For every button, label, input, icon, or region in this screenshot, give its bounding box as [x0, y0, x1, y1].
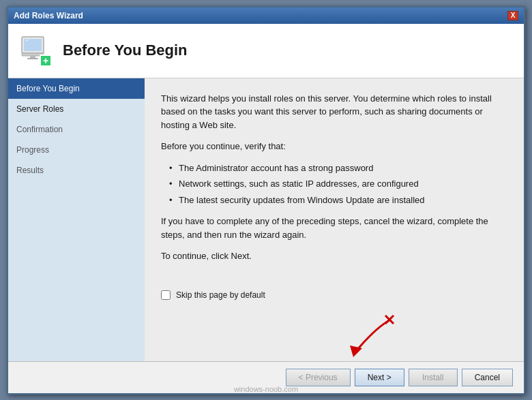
- wizard-header: + Before You Begin: [8, 24, 524, 78]
- content-area: Before You Begin Server Roles Confirmati…: [8, 78, 524, 361]
- cancel-paragraph: If you have to complete any of the prece…: [161, 215, 507, 241]
- cancel-button[interactable]: Cancel: [462, 369, 513, 386]
- install-button[interactable]: Install: [409, 369, 458, 386]
- sidebar-item-before-you-begin[interactable]: Before You Begin: [8, 78, 145, 99]
- plus-badge: +: [40, 55, 52, 67]
- bullet-item-2: Network settings, such as static IP addr…: [169, 177, 507, 191]
- skip-checkbox[interactable]: [161, 290, 171, 300]
- sidebar-item-confirmation: Confirmation: [8, 119, 145, 140]
- wizard-window: Add Roles Wizard X + Before You Begin Be…: [7, 6, 525, 395]
- bullet-item-1: The Administrator account has a strong p…: [169, 161, 507, 175]
- sidebar-item-server-roles[interactable]: Server Roles: [8, 99, 145, 119]
- verify-paragraph: Before you continue, verify that:: [161, 140, 507, 153]
- header-title: Before You Begin: [63, 42, 188, 59]
- intro-paragraph: This wizard helps you install roles on t…: [161, 92, 507, 132]
- close-button[interactable]: X: [507, 11, 518, 20]
- sidebar-item-results: Results: [8, 160, 145, 181]
- svg-rect-1: [24, 39, 42, 51]
- bullet-list: The Administrator account has a strong p…: [169, 161, 507, 207]
- next-button[interactable]: Next >: [355, 369, 404, 386]
- footer: < Previous Next > Install Cancel windows…: [8, 361, 524, 393]
- title-bar-left: Add Roles Wizard: [14, 11, 83, 20]
- title-bar: Add Roles Wizard X: [8, 7, 524, 24]
- previous-button[interactable]: < Previous: [286, 369, 351, 386]
- sidebar: Before You Begin Server Roles Confirmati…: [8, 78, 145, 361]
- svg-rect-4: [27, 58, 38, 59]
- skip-section: Skip this page by default: [161, 290, 507, 300]
- continue-paragraph: To continue, click Next.: [161, 249, 507, 263]
- sidebar-item-progress: Progress: [8, 140, 145, 160]
- main-content: This wizard helps you install roles on t…: [145, 78, 524, 361]
- window-title: Add Roles Wizard: [14, 11, 83, 20]
- skip-label[interactable]: Skip this page by default: [176, 290, 265, 300]
- bullet-item-3: The latest security updates from Windows…: [169, 194, 507, 207]
- header-icon-container: +: [19, 34, 52, 67]
- svg-rect-3: [30, 56, 35, 58]
